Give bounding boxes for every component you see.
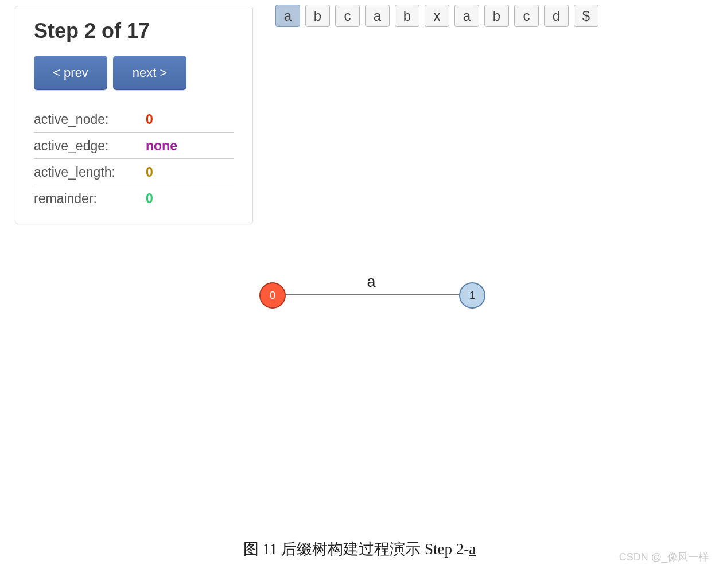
tree-node-0: 0 [259, 282, 286, 309]
suffix-tree-graph: a 01 [259, 270, 489, 316]
stats-table: active_node: 0 active_edge: none active_… [34, 106, 234, 211]
input-cell[interactable]: a [275, 5, 300, 27]
nav-buttons: < prev next > [34, 56, 234, 90]
prev-button[interactable]: < prev [34, 56, 107, 90]
stat-value: 0 [146, 191, 153, 207]
stat-label: remainder: [34, 191, 146, 207]
input-cell[interactable]: a [365, 5, 390, 27]
input-cell[interactable]: b [484, 5, 509, 27]
edge-label: a [259, 273, 483, 291]
input-cell[interactable]: a [454, 5, 479, 27]
figure-caption: 图 11 后缀树构建过程演示 Step 2-a [0, 539, 719, 559]
input-cell[interactable]: b [305, 5, 330, 27]
input-cell[interactable]: $ [574, 5, 598, 27]
control-panel: Step 2 of 17 < prev next > active_node: … [15, 6, 253, 224]
caption-text: 图 11 后缀树构建过程演示 Step 2- [243, 540, 469, 558]
stat-active-node: active_node: 0 [34, 106, 234, 133]
tree-node-1: 1 [459, 282, 485, 309]
caption-step-char: a [469, 540, 476, 558]
input-cell[interactable]: c [335, 5, 360, 27]
stat-value: none [146, 138, 177, 154]
stat-active-edge: active_edge: none [34, 133, 234, 159]
input-cell[interactable]: c [514, 5, 539, 27]
stat-active-length: active_length: 0 [34, 159, 234, 185]
stat-label: active_length: [34, 165, 146, 180]
stat-label: active_edge: [34, 138, 146, 154]
next-button[interactable]: next > [113, 56, 186, 90]
watermark: CSDN @_像风一样 [619, 550, 709, 564]
stat-value: 0 [146, 112, 153, 127]
step-title: Step 2 of 17 [34, 19, 234, 43]
stat-remainder: remainder: 0 [34, 185, 234, 211]
input-cell[interactable]: b [395, 5, 419, 27]
stat-label: active_node: [34, 112, 146, 127]
input-cell[interactable]: x [425, 5, 449, 27]
stat-value: 0 [146, 165, 153, 180]
input-char-strip: abcabxabcd$ [275, 5, 598, 27]
input-cell[interactable]: d [544, 5, 569, 27]
edge-line [284, 294, 462, 295]
